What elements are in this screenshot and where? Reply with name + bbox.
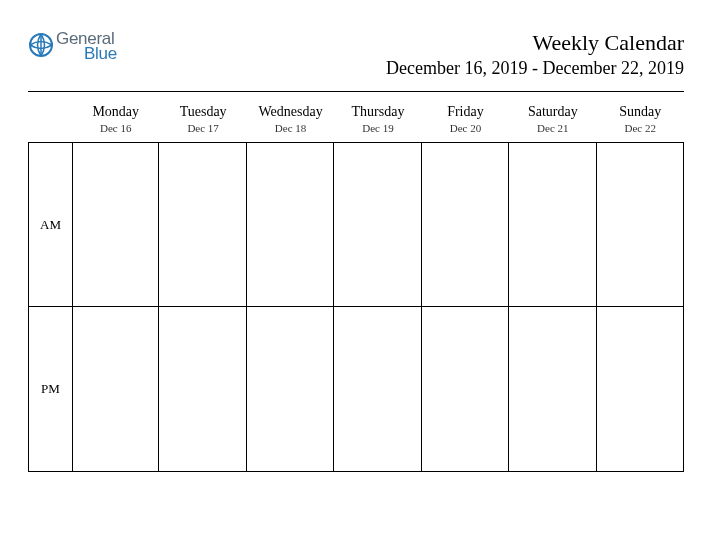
cell-am-saturday — [509, 142, 596, 307]
day-name: Saturday — [509, 104, 596, 120]
day-name: Sunday — [597, 104, 684, 120]
logo-text-blue: Blue — [84, 45, 117, 62]
day-name: Thursday — [334, 104, 421, 120]
cell-pm-wednesday — [247, 307, 334, 472]
day-header-wednesday: Wednesday Dec 18 — [247, 100, 334, 142]
day-date: Dec 22 — [597, 122, 684, 134]
title-block: Weekly Calendar December 16, 2019 - Dece… — [386, 30, 684, 79]
day-header-tuesday: Tuesday Dec 17 — [159, 100, 246, 142]
calendar-grid: Monday Dec 16 Tuesday Dec 17 Wednesday D… — [28, 100, 684, 472]
day-name: Wednesday — [247, 104, 334, 120]
day-name: Tuesday — [159, 104, 246, 120]
day-date: Dec 19 — [334, 122, 421, 134]
cell-am-friday — [422, 142, 509, 307]
day-header-monday: Monday Dec 16 — [72, 100, 159, 142]
day-date: Dec 16 — [72, 122, 159, 134]
day-header-saturday: Saturday Dec 21 — [509, 100, 596, 142]
logo: General Blue — [28, 30, 117, 62]
date-range: December 16, 2019 - December 22, 2019 — [386, 58, 684, 79]
cell-pm-friday — [422, 307, 509, 472]
globe-icon — [28, 32, 54, 58]
cell-pm-thursday — [334, 307, 421, 472]
cell-am-monday — [72, 142, 159, 307]
day-header-thursday: Thursday Dec 19 — [334, 100, 421, 142]
day-header-sunday: Sunday Dec 22 — [597, 100, 684, 142]
day-date: Dec 20 — [422, 122, 509, 134]
logo-text: General Blue — [56, 30, 117, 62]
cell-am-thursday — [334, 142, 421, 307]
cell-am-tuesday — [159, 142, 246, 307]
day-name: Friday — [422, 104, 509, 120]
row-label-am: AM — [28, 142, 72, 307]
day-header-friday: Friday Dec 20 — [422, 100, 509, 142]
cell-pm-saturday — [509, 307, 596, 472]
day-date: Dec 21 — [509, 122, 596, 134]
day-name: Monday — [72, 104, 159, 120]
page-title: Weekly Calendar — [386, 30, 684, 56]
divider — [28, 91, 684, 92]
cell-pm-tuesday — [159, 307, 246, 472]
row-label-pm: PM — [28, 307, 72, 472]
corner-empty — [28, 100, 72, 142]
cell-am-wednesday — [247, 142, 334, 307]
day-date: Dec 18 — [247, 122, 334, 134]
header: General Blue Weekly Calendar December 16… — [28, 30, 684, 79]
cell-pm-monday — [72, 307, 159, 472]
cell-pm-sunday — [597, 307, 684, 472]
cell-am-sunday — [597, 142, 684, 307]
day-date: Dec 17 — [159, 122, 246, 134]
